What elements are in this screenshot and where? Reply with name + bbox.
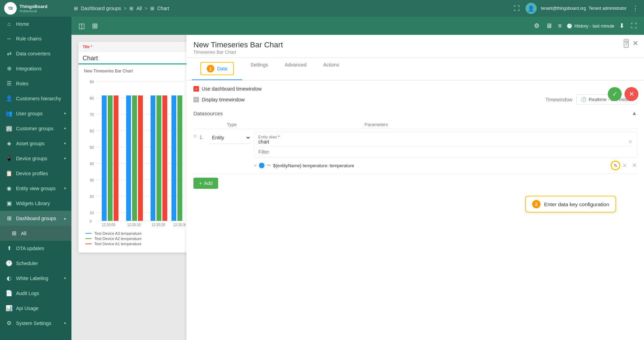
sidebar-item-audit-logs[interactable]: 📄 Audit Logs (0, 286, 71, 301)
add-label: Add (204, 180, 213, 186)
svg-rect-26 (156, 95, 161, 221)
tab-actions[interactable]: Actions (315, 58, 347, 80)
grid-button[interactable]: ⊞ (91, 20, 99, 31)
svg-rect-23 (171, 95, 176, 221)
customer-groups-icon: 🏢 (6, 125, 13, 132)
widgets-library-icon: ▣ (6, 200, 13, 207)
sidebar-item-home[interactable]: ⌂ Home (0, 17, 71, 31)
svg-text:12:20:20: 12:20:20 (152, 223, 165, 226)
datakey-row: ≡ 〜 ${entityName} temperature: temperatu… (254, 161, 637, 170)
help-button[interactable]: ? (624, 39, 629, 48)
legend-dot-a2 (85, 238, 92, 239)
svg-rect-27 (177, 95, 182, 221)
more-menu-button[interactable]: ⋮ (631, 3, 640, 14)
datakey-drag-handle[interactable]: ≡ (254, 163, 256, 168)
layers-button[interactable]: ◫ (77, 20, 86, 31)
legend-item-a3: Test Device A3 temperature (85, 231, 186, 235)
tab-data-label: Data (217, 66, 228, 71)
sidebar-item-data-converters[interactable]: ⇄ Data converters (0, 46, 71, 61)
checkbox-display-label: Display timewindow (202, 97, 245, 102)
device-groups-icon: 📱 (6, 155, 13, 162)
tab-advanced-label: Advanced (285, 62, 306, 68)
asset-groups-arrow: ▾ (64, 141, 66, 145)
clock-icon: 🕐 (567, 23, 572, 29)
datasources-title: Datasources (193, 110, 223, 116)
confirm-button[interactable]: ✓ (608, 87, 622, 101)
close-panel-button[interactable]: ✕ (632, 39, 638, 47)
col-type-label: Type (227, 122, 362, 127)
drag-handle-icon[interactable]: ≡ (193, 132, 197, 139)
add-datasource-button[interactable]: + Add (193, 178, 218, 189)
bar-chart-svg: 90 80 70 60 50 40 30 20 10 0 (83, 76, 185, 226)
device-profiles-icon: 📋 (6, 170, 13, 177)
sidebar-label-device-profiles: Device profiles (16, 171, 48, 176)
sidebar-label-ota-updates: OTA updates (16, 246, 44, 251)
datakey-delete-button[interactable]: ✕ (622, 162, 627, 169)
breadcrumb-item-3[interactable]: Chart (157, 6, 169, 11)
sidebar-item-all[interactable]: ⊞ All (0, 226, 71, 241)
entity-alias-input[interactable] (258, 139, 627, 145)
sidebar-label-dashboard-groups: Dashboard groups (16, 216, 56, 221)
sidebar-label-all: All (21, 231, 26, 236)
legend-label-a3: Test Device A3 temperature (94, 231, 141, 235)
datakey-color-dot (259, 163, 264, 168)
sidebar-item-device-profiles[interactable]: 📋 Device profiles (0, 166, 71, 181)
sidebar-item-rule-chains[interactable]: ↔ Rule chains (0, 31, 71, 46)
sidebar-label-asset-groups: Asset groups (16, 141, 45, 146)
svg-text:12:20:30: 12:20:30 (173, 223, 185, 226)
breadcrumb-item-2[interactable]: All (136, 6, 142, 11)
svg-text:50: 50 (90, 145, 94, 149)
sidebar-item-dashboard-groups[interactable]: ⊞ Dashboard groups ▴ (0, 211, 71, 226)
edit-panel: New Timeseries Bar Chart Timeseries Bar … (186, 35, 644, 340)
checkbox-gray-icon[interactable]: ✓ (193, 97, 199, 102)
timewindow-label: Timewindow (545, 97, 572, 102)
annotation-text-2: Enter data key configuration (544, 201, 609, 207)
sidebar-item-scheduler[interactable]: 🕐 Scheduler (0, 256, 71, 271)
rule-chains-icon: ↔ (6, 36, 13, 42)
user-role: Tenant administrator (589, 6, 627, 11)
fullscreen-button[interactable]: ⛶ (512, 3, 521, 14)
sidebar-item-user-groups[interactable]: 👥 User groups ▾ (0, 106, 71, 121)
sidebar-item-integrations[interactable]: ⊕ Integrations (0, 61, 71, 76)
sidebar-item-device-groups[interactable]: 📱 Device groups ▾ (0, 151, 71, 166)
dashboard-area: Title * Chart New Timeseries Bar Chart 9… (71, 35, 644, 340)
sidebar-item-customers-hierarchy[interactable]: 👤 Customers hierarchy (0, 91, 71, 106)
tab-data[interactable]: 1 Data (192, 58, 242, 80)
checkbox-checked-icon[interactable]: ✓ (193, 86, 199, 92)
download-button[interactable]: ⬇ (618, 21, 626, 31)
entity-view-groups-icon: ◉ (6, 185, 13, 192)
breadcrumb: ⊞ Dashboard groups > ⊞ All > ⊞ Chart (74, 6, 512, 11)
sidebar-item-asset-groups[interactable]: ◈ Asset groups ▾ (0, 136, 71, 151)
collapse-datasources-button[interactable]: ▲ (631, 110, 637, 116)
sidebar-item-roles[interactable]: ☰ Roles (0, 76, 71, 91)
alias-clear-button[interactable]: ✕ (628, 139, 632, 145)
sidebar-item-api-usage[interactable]: 📊 Api Usage (0, 301, 71, 316)
sidebar-item-ota-updates[interactable]: ⬆ OTA updates (0, 241, 71, 256)
tab-settings[interactable]: Settings (242, 58, 277, 80)
history-button[interactable]: 🕐 History - last minute (567, 23, 614, 29)
cancel-edit-button[interactable]: ✕ (624, 87, 638, 101)
breadcrumb-icon-1: ⊞ (74, 6, 78, 11)
filter-button[interactable]: ≡ (557, 21, 564, 31)
datakey-edit-button[interactable]: ✎ (611, 161, 620, 170)
entity-type-select[interactable]: Entity (209, 132, 251, 144)
export-view-button[interactable]: 🖥 (544, 21, 553, 31)
sidebar-item-entity-view-groups[interactable]: ◉ Entity view groups ▾ (0, 181, 71, 196)
sidebar-item-white-labeling[interactable]: ◐ White Labeling ▾ (0, 271, 71, 286)
settings-button[interactable]: ⚙ (532, 21, 541, 31)
sidebar-item-widgets-library[interactable]: ▣ Widgets Library (0, 196, 71, 211)
dashboard-toolbar: ◫ ⊞ ⚙ 🖥 ≡ 🕐 History - last minute ⬇ ⛶ (71, 17, 644, 35)
breadcrumb-item-1[interactable]: Dashboard groups (81, 6, 121, 11)
user-groups-icon: 👥 (6, 110, 13, 117)
breadcrumb-icon-2: ⊞ (129, 6, 133, 11)
fullscreen-dash-button[interactable]: ⛶ (629, 21, 638, 31)
svg-rect-25 (132, 95, 137, 221)
edit-panel-header: New Timeseries Bar Chart Timeseries Bar … (186, 35, 644, 58)
history-label: History - last minute (574, 23, 614, 29)
sidebar-item-system-settings[interactable]: ⚙ System Settings ▾ (0, 316, 71, 331)
sidebar-item-customer-groups[interactable]: 🏢 Customer groups ▾ (0, 121, 71, 136)
sidebar-label-entity-view-groups: Entity view groups (16, 186, 56, 191)
filter-input[interactable] (258, 149, 632, 155)
row-delete-button[interactable]: ✕ (632, 162, 637, 169)
tab-advanced[interactable]: Advanced (276, 58, 315, 80)
